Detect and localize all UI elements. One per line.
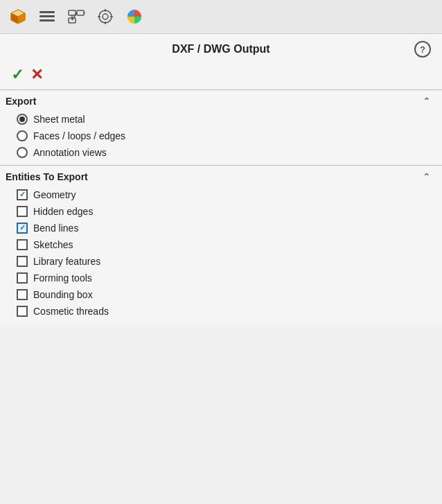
radio-circle-faces-loops [17,130,28,141]
svg-rect-4 [39,11,55,13]
entities-check-list: Geometry Hidden edges Bend lines Sketche… [0,186,442,325]
label-sketches: Sketches [33,239,73,250]
export-section: Export ⌃ Sheet metal Faces / loops / edg… [0,89,442,165]
part-toolbar-button[interactable] [4,3,32,31]
svg-rect-8 [77,10,84,15]
svg-rect-7 [69,10,76,15]
entities-section-title: Entities To Export [6,171,88,182]
radio-faces-loops-edges[interactable]: Faces / loops / edges [17,130,442,141]
export-collapse-icon: ⌃ [423,96,431,107]
main-panel: DXF / DWG Output ? ✓ ✕ Export ⌃ Sheet me… [0,34,442,325]
list-toolbar-button[interactable] [33,3,61,31]
label-cosmetic-threads: Cosmetic threads [33,306,109,317]
toolbar [0,0,442,34]
svg-rect-5 [39,15,55,17]
svg-line-12 [72,13,77,21]
confirm-button[interactable]: ✓ [11,67,24,82]
svg-point-13 [99,10,112,23]
tree-icon [67,8,85,26]
radio-circle-sheet-metal [17,114,28,125]
svg-point-14 [103,14,108,19]
appearance-icon [125,8,143,26]
part-icon [9,8,27,26]
checkbox-sketches [17,239,28,250]
checkbox-hidden-edges [17,206,28,217]
appearance-toolbar-button[interactable] [121,3,148,31]
checkbox-bounding-box [17,289,28,300]
entities-collapse-icon: ⌃ [423,171,431,182]
label-bounding-box: Bounding box [33,289,93,300]
label-bend-lines: Bend lines [33,223,78,234]
page-title: DXF / DWG Output [28,43,414,55]
label-library-features: Library features [33,256,100,267]
check-library-features[interactable]: Library features [17,256,442,267]
checkbox-library-features [17,256,28,267]
check-geometry[interactable]: Geometry [17,189,442,200]
check-cosmetic-threads[interactable]: Cosmetic threads [17,306,442,317]
check-hidden-edges[interactable]: Hidden edges [17,206,442,217]
check-bend-lines[interactable]: Bend lines [17,223,442,234]
label-forming-tools: Forming tools [33,272,92,284]
check-forming-tools[interactable]: Forming tools [17,272,442,284]
checkbox-forming-tools [17,272,28,284]
radio-annotation-views[interactable]: Annotation views [17,147,442,158]
tree-toolbar-button[interactable] [62,3,90,31]
checkbox-bend-lines [17,223,28,234]
checkbox-geometry [17,189,28,200]
entities-section-header[interactable]: Entities To Export ⌃ [0,166,442,186]
title-bar: DXF / DWG Output ? [0,34,442,63]
cancel-button[interactable]: ✕ [30,67,43,82]
radio-label-annotation: Annotation views [33,147,107,158]
svg-rect-6 [39,19,55,21]
check-bounding-box[interactable]: Bounding box [17,289,442,300]
target-toolbar-button[interactable] [91,3,119,31]
radio-label-faces-loops: Faces / loops / edges [33,130,125,141]
label-geometry: Geometry [33,189,76,200]
action-bar: ✓ ✕ [0,63,442,89]
help-button[interactable]: ? [414,41,431,58]
label-hidden-edges: Hidden edges [33,206,93,217]
list-icon [38,8,56,26]
radio-label-sheet-metal: Sheet metal [33,114,85,125]
export-section-header[interactable]: Export ⌃ [0,90,442,111]
radio-circle-annotation [17,147,28,158]
entities-section: Entities To Export ⌃ Geometry Hidden edg… [0,165,442,325]
target-icon [96,8,114,26]
check-sketches[interactable]: Sketches [17,239,442,250]
export-options: Sheet metal Faces / loops / edges Annota… [0,111,442,165]
export-section-title: Export [6,96,36,107]
checkbox-cosmetic-threads [17,306,28,317]
radio-sheet-metal[interactable]: Sheet metal [17,114,442,125]
